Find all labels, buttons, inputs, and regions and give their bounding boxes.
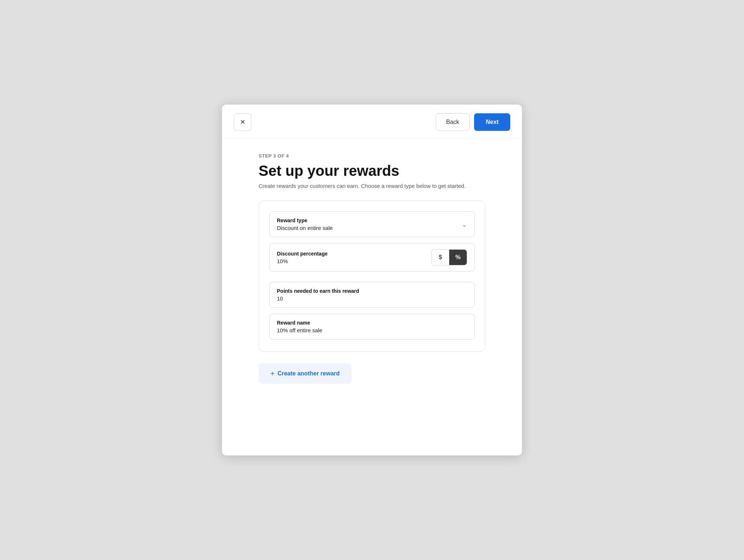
close-icon: ✕ bbox=[240, 118, 245, 126]
reward-type-value: Discount on entire sale bbox=[277, 225, 333, 231]
reward-type-content: Reward type Discount on entire sale bbox=[277, 217, 333, 231]
discount-percentage-field[interactable]: Discount percentage 10% $ % bbox=[269, 243, 475, 272]
main-content: STEP 3 OF 4 Set up your rewards Create r… bbox=[222, 139, 522, 401]
header: ✕ Back Next bbox=[222, 105, 522, 139]
dollar-toggle-button[interactable]: $ bbox=[432, 250, 449, 265]
create-another-reward-label: Create another reward bbox=[278, 370, 340, 377]
reward-type-field[interactable]: Reward type Discount on entire sale ⌄ bbox=[269, 211, 475, 237]
page-title: Set up your rewards bbox=[259, 162, 485, 179]
reward-type-row: Reward type Discount on entire sale ⌄ bbox=[277, 217, 467, 231]
points-needed-field[interactable]: Points needed to earn this reward 10 bbox=[269, 282, 475, 308]
page-subtitle: Create rewards your customers can earn. … bbox=[259, 183, 485, 189]
plus-icon: + bbox=[270, 370, 275, 377]
discount-left: Discount percentage 10% bbox=[277, 251, 327, 264]
points-needed-label: Points needed to earn this reward bbox=[277, 288, 467, 294]
reward-name-value: 10% off entire sale bbox=[277, 327, 467, 333]
currency-toggle: $ % bbox=[431, 249, 467, 265]
percent-toggle-button[interactable]: % bbox=[449, 250, 467, 265]
next-button[interactable]: Next bbox=[474, 113, 510, 131]
chevron-down-icon: ⌄ bbox=[462, 220, 467, 228]
close-button[interactable]: ✕ bbox=[234, 113, 251, 131]
discount-percentage-value: 10% bbox=[277, 258, 327, 264]
reward-type-label: Reward type bbox=[277, 217, 333, 223]
step-label: STEP 3 OF 4 bbox=[259, 153, 485, 159]
points-needed-value: 10 bbox=[277, 295, 467, 302]
discount-row: Discount percentage 10% $ % bbox=[277, 249, 467, 265]
field-spacer bbox=[269, 277, 475, 282]
reward-name-label: Reward name bbox=[277, 320, 467, 326]
reward-name-field[interactable]: Reward name 10% off entire sale bbox=[269, 314, 475, 340]
discount-percentage-label: Discount percentage bbox=[277, 251, 327, 257]
reward-card: Reward type Discount on entire sale ⌄ Di… bbox=[259, 201, 485, 352]
header-actions: Back Next bbox=[436, 113, 510, 131]
back-button[interactable]: Back bbox=[436, 113, 470, 131]
create-another-reward-button[interactable]: + Create another reward bbox=[259, 363, 352, 384]
modal-container: ✕ Back Next STEP 3 OF 4 Set up your rewa… bbox=[222, 105, 522, 455]
